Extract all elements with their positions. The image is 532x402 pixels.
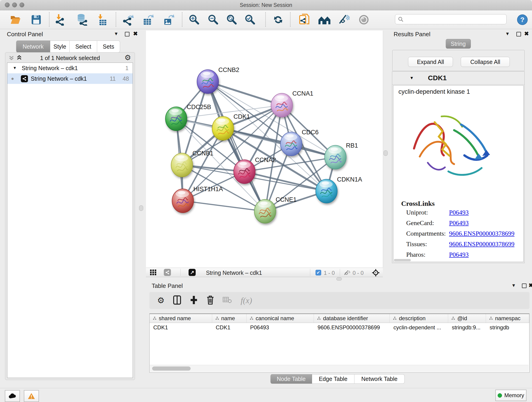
crosslink-value-GeneCard[interactable]: P06493 [449,219,469,227]
network-canvas[interactable]: CCNB2CCNA1CDC25BCDK1CDC6RB1CCNB1CCNA2CDK… [146,31,383,268]
crosslink-value-Compartments[interactable]: 9606.ENSP00000378699 [449,230,514,237]
node-CCNE1[interactable] [254,199,276,223]
column-header-database-identifier[interactable]: database identifier [314,314,390,323]
column-header--id[interactable]: @id [448,314,486,323]
cloud-button[interactable] [5,390,20,402]
left-splitter-handle[interactable] [139,205,143,211]
node-CCNB2[interactable] [197,70,219,94]
cell-name[interactable]: CDK1 [212,323,247,332]
float-panel-icon[interactable] [522,283,526,288]
column-header-shared-name[interactable]: shared name [150,314,212,323]
table-hscroll-thumb[interactable] [152,366,191,370]
collapse-arrow-icon[interactable]: ▼ [13,66,17,70]
zoom-in-icon[interactable] [188,13,201,26]
clone-network-icon[interactable] [298,13,311,26]
node-HIST1H1A[interactable] [172,189,194,213]
tab-select[interactable]: Select [70,41,97,52]
export-network-icon[interactable] [122,13,134,26]
tab-edge-table[interactable]: Edge Table [312,374,355,384]
search-field[interactable] [395,14,507,24]
export-table-icon[interactable] [141,13,154,26]
help-icon[interactable]: ? [516,13,529,26]
crosslink-value-Pharos[interactable]: P06493 [449,251,469,258]
node-CDC25B[interactable] [165,107,187,131]
gear-icon[interactable]: ⚙ [124,53,131,62]
tab-style[interactable]: Style [50,41,70,52]
add-column-icon[interactable] [190,295,198,306]
edge-HIST1H1A-CCNE1[interactable] [183,201,265,211]
refresh-layout-icon[interactable] [272,13,285,26]
crosshair-icon[interactable] [372,269,380,278]
node-CCNB1[interactable] [171,153,193,177]
node-CDC6[interactable] [280,132,302,156]
results-hscroll-thumb[interactable] [394,259,411,261]
column-header-description[interactable]: description [390,314,448,323]
tab-network-table[interactable]: Network Table [355,374,405,384]
close-panel-icon[interactable]: ✖ [133,31,138,37]
crosslink-value-Tissues[interactable]: 9606.ENSP00000378699 [449,240,514,248]
hidden-eye-slash-icon[interactable] [343,270,350,277]
tab-sets[interactable]: Sets [97,41,120,52]
panel-menu-icon[interactable]: ▼ [505,31,510,36]
hide-glasses-icon[interactable] [337,13,350,26]
table-hscrollbar[interactable] [150,365,529,372]
right-splitter-handle[interactable] [384,150,388,156]
open-session-icon[interactable] [9,13,22,26]
home-icon[interactable] [318,13,331,26]
columns-icon[interactable] [173,295,181,306]
search-input[interactable] [404,16,500,23]
bottom-splitter-handle[interactable] [336,277,342,281]
open-in-window-icon[interactable]: ↗ [189,269,196,276]
sphere-view-icon[interactable] [357,13,370,26]
delete-icon[interactable] [207,295,214,306]
string-network-graph[interactable]: CCNB2CCNA1CDC25BCDK1CDC6RB1CCNB1CCNA2CDK… [146,31,383,268]
zoom-fit-icon[interactable] [225,13,238,26]
node-CCNA2[interactable] [234,160,255,184]
protein-section-header[interactable]: ▼ CDK1 [392,71,525,85]
gear-icon[interactable]: ⚙ [157,296,165,305]
birdseye-grid-icon[interactable] [150,269,157,276]
crosslink-value-Uniprot[interactable]: P06493 [449,209,469,216]
cell-canonical-name[interactable]: P06493 [247,323,314,332]
save-session-icon[interactable] [30,13,43,26]
node-CDK1[interactable] [212,116,234,140]
column-header-canonical-name[interactable]: canonical name [247,314,314,323]
cell-namespac[interactable]: stringdb [486,323,529,332]
title-bar[interactable]: Session: New Session [0,0,532,10]
collapse-all-button[interactable]: Collapse All [461,57,510,67]
tab-network[interactable]: Network [16,41,50,52]
column-header-namespac[interactable]: namespac [486,314,529,323]
column-header-name[interactable]: name [212,314,247,323]
float-panel-icon[interactable] [516,32,521,36]
import-network-database-icon[interactable] [75,13,88,26]
expand-all-button[interactable]: Expand All [408,57,453,67]
cell-database-identifier[interactable]: 9606.ENSP00000378699 [314,323,390,332]
edge-CCNB2-CCNA1[interactable] [208,82,282,105]
node-CCNA1[interactable] [271,93,293,117]
panel-menu-icon[interactable]: ▼ [511,283,516,288]
zoom-selected-icon[interactable] [244,13,257,26]
cell--id[interactable]: stringdb:9... [448,323,486,332]
node-CDKN1A[interactable] [316,179,337,203]
float-panel-icon[interactable] [125,32,129,36]
close-panel-icon[interactable]: ✖ [529,282,532,288]
share-icon[interactable] [164,269,171,276]
warning-button[interactable] [24,390,39,402]
export-image-icon[interactable] [162,13,175,26]
table-row[interactable]: CDK1CDK1P064939606.ENSP00000378699cyclin… [150,323,529,332]
panel-menu-icon[interactable]: ▼ [114,31,119,36]
collapse-arrow-icon[interactable]: ▼ [410,76,414,80]
tab-string[interactable]: String [446,39,471,49]
tab-node-table[interactable]: Node Table [270,374,312,384]
import-table-icon[interactable] [95,13,108,26]
network-row-selected[interactable]: ● String Network – cdk1 11 48 [7,73,133,84]
network-collection-row[interactable]: ▼ String Network – cdk1 1 [7,63,133,73]
function-icon[interactable]: f(x) [241,296,252,305]
cell-description[interactable]: cyclin-dependent ... [390,323,448,332]
node-RB1[interactable] [325,145,346,169]
close-panel-icon[interactable]: ✖ [524,31,529,37]
selected-checkbox[interactable]: ✔ [316,270,321,275]
memory-button[interactable]: Memory [495,390,526,401]
import-network-file-icon[interactable] [54,13,67,26]
delete-table-icon[interactable] [223,296,232,305]
